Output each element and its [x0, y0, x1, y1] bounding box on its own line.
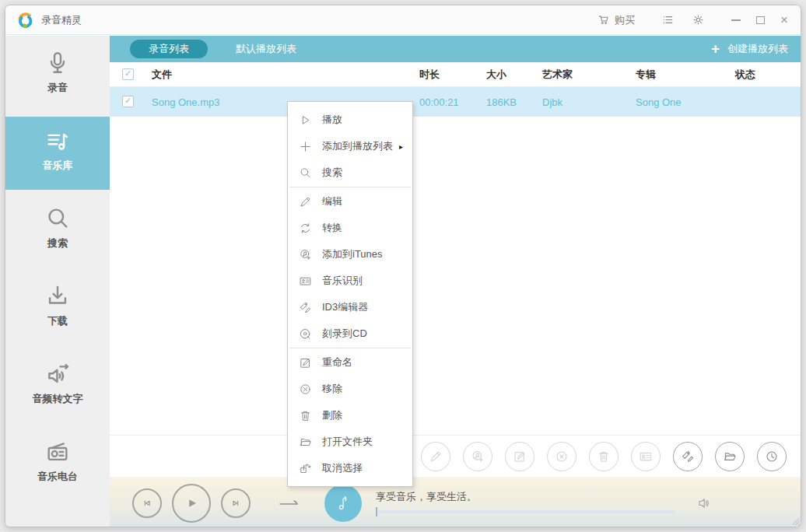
id3-tags-icon [681, 450, 695, 464]
remove-circle-icon [555, 450, 569, 464]
progress-bar[interactable] [376, 510, 675, 513]
convert-icon [299, 222, 312, 235]
cart-icon [597, 13, 611, 26]
column-file[interactable]: 文件 [152, 62, 172, 86]
add-to-itunes-icon [471, 450, 485, 464]
sidebar-item-music-library[interactable]: 音乐库 [5, 117, 110, 190]
column-artist[interactable]: 艺术家 [542, 62, 573, 86]
cell-duration: 00:00:21 [419, 87, 459, 117]
column-album[interactable]: 专辑 [636, 62, 656, 86]
rename-icon [299, 356, 312, 369]
add-icon [299, 140, 312, 153]
create-playlist-label: 创建播放列表 [727, 42, 788, 56]
buy-button[interactable]: 购买 [597, 13, 635, 27]
rename-button[interactable] [505, 442, 534, 471]
menu-item-burn-cd[interactable]: 刻录到CD [288, 320, 412, 347]
volume-icon[interactable] [695, 495, 712, 511]
sidebar-item-audio-to-text[interactable]: 音频转文字 [5, 350, 110, 425]
sidebar-item-label: 音乐库 [5, 159, 110, 173]
edit-pencil-icon [299, 195, 312, 208]
settings-gear-icon[interactable] [692, 13, 705, 26]
menu-item-remove[interactable]: 移除 [288, 376, 412, 402]
menu-item-play[interactable]: 播放 [288, 107, 412, 133]
open-folder-icon [299, 436, 312, 449]
cell-file: Song One.mp3 [152, 87, 219, 117]
menu-item-music-recognition[interactable]: 音乐识别 [288, 268, 412, 294]
submenu-arrow-icon: ▸ [399, 142, 403, 151]
close-icon[interactable]: × [780, 16, 788, 24]
cell-artist: Djbk [542, 87, 562, 117]
open-folder-icon [723, 450, 737, 464]
column-status[interactable]: 状态 [735, 62, 755, 86]
sidebar-item-music-radio[interactable]: 音乐电台 [5, 428, 110, 502]
id3-editor-button[interactable] [673, 442, 703, 471]
music-id-card-icon [299, 275, 312, 288]
table-row[interactable]: Song One.mp3 00:00:21 186KB Djbk Song On… [110, 87, 801, 117]
menu-item-delete[interactable]: 删除 [288, 402, 412, 429]
menu-item-search[interactable]: 搜索 [288, 159, 412, 186]
play-button[interactable] [172, 484, 211, 523]
app-logo-icon [15, 10, 35, 30]
minimize-icon[interactable] [731, 19, 741, 21]
album-art-note-icon [324, 485, 362, 522]
main-area: 录音列表 默认播放列表 + 创建播放列表 文件 时长 大小 艺术家 专辑 状态 … [110, 36, 801, 527]
music-id-card-icon [639, 450, 653, 464]
burn-cd-icon [299, 327, 312, 341]
add-to-itunes-button[interactable] [463, 442, 492, 471]
menu-item-edit[interactable]: 编辑 [288, 188, 412, 215]
edit-pencil-icon [429, 450, 443, 464]
audio-to-text-icon [44, 361, 71, 387]
music-recognition-button[interactable] [631, 442, 661, 471]
player-slogan: 享受音乐，享受生活。 [376, 490, 477, 504]
play-order-icon[interactable] [278, 495, 301, 511]
menu-divider [289, 348, 411, 348]
playlist-tab-bar: 录音列表 默认播放列表 + 创建播放列表 [110, 36, 801, 62]
tab-default-playlist[interactable]: 默认播放列表 [236, 42, 296, 56]
table-header: 文件 时长 大小 艺术家 专辑 状态 [110, 62, 801, 87]
trash-icon [597, 450, 611, 464]
id3-tags-icon [299, 301, 312, 314]
column-duration[interactable]: 时长 [419, 62, 440, 86]
rename-icon [513, 450, 527, 464]
resize-grip[interactable] [790, 516, 800, 526]
menu-item-deselect[interactable]: 取消选择 [288, 455, 412, 481]
sidebar-item-download[interactable]: 下载 [5, 272, 110, 347]
radio-icon [44, 439, 71, 465]
history-clock-icon [765, 450, 779, 464]
sidebar-item-search[interactable]: 搜索 [5, 194, 110, 269]
column-size[interactable]: 大小 [486, 62, 506, 86]
row-checkbox[interactable] [122, 96, 134, 107]
player-bar: 享受音乐，享受生活。 [110, 477, 801, 527]
menu-item-rename[interactable]: 重命名 [288, 349, 412, 376]
select-all-checkbox[interactable] [122, 68, 134, 80]
previous-button[interactable] [132, 488, 162, 518]
remove-circle-icon [299, 383, 312, 396]
add-to-itunes-icon [299, 248, 312, 261]
progress-playhead[interactable] [376, 507, 377, 516]
music-library-icon [44, 128, 71, 154]
microphone-icon [44, 50, 71, 76]
search-icon [299, 166, 312, 180]
history-button[interactable] [757, 442, 787, 471]
remove-button[interactable] [547, 442, 576, 471]
edit-button[interactable] [421, 442, 450, 471]
next-button[interactable] [221, 488, 251, 518]
app-title: 录音精灵 [41, 13, 82, 27]
create-playlist-button[interactable]: + 创建播放列表 [711, 40, 788, 58]
tab-recording-list[interactable]: 录音列表 [130, 40, 208, 58]
menu-item-add-to-playlist[interactable]: 添加到播放列表 ▸ [288, 133, 412, 159]
sidebar-item-label: 搜索 [5, 236, 110, 250]
menu-divider [289, 187, 411, 187]
sidebar-item-label: 下载 [5, 314, 110, 328]
menu-item-id3-editor[interactable]: ID3编辑器 [288, 294, 412, 320]
delete-button[interactable] [589, 442, 619, 471]
download-icon [44, 283, 71, 310]
sidebar-item-record[interactable]: 录音 [5, 39, 110, 114]
cell-album: Song One [636, 87, 682, 117]
menu-item-open-folder[interactable]: 打开文件夹 [288, 429, 412, 455]
playlist-menu-icon[interactable] [661, 13, 675, 26]
menu-item-convert[interactable]: 转换 [288, 215, 412, 241]
menu-item-add-to-itunes[interactable]: 添加到iTunes [288, 241, 412, 268]
open-folder-button[interactable] [715, 442, 745, 471]
maximize-icon[interactable] [756, 16, 765, 24]
